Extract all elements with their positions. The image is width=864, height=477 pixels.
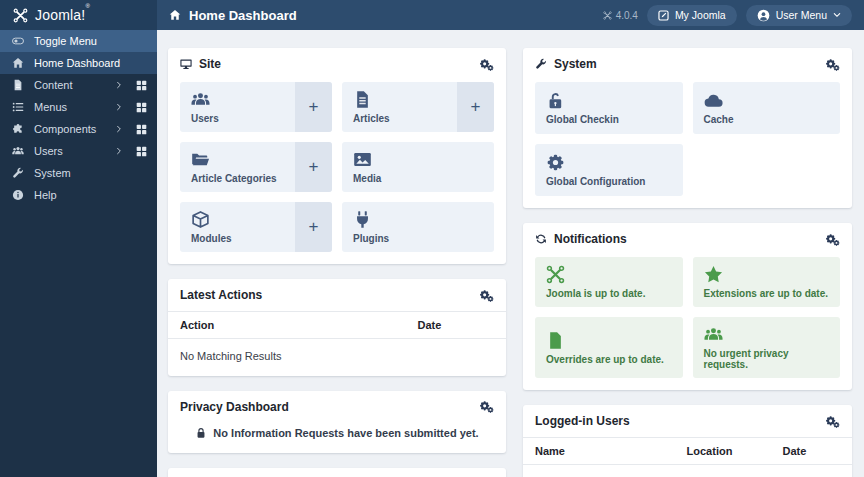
site-card-users[interactable]: Users +	[180, 82, 332, 132]
card-label: Article Categories	[191, 173, 286, 184]
panel-settings-cogs-icon[interactable]	[479, 58, 494, 71]
notification-privacy-status[interactable]: No urgent privacy requests.	[693, 317, 841, 378]
system-card-global-checkin[interactable]: Global Checkin	[535, 82, 683, 134]
sidebar-item-home-dashboard[interactable]: Home Dashboard	[0, 52, 157, 74]
edit-icon	[658, 10, 669, 21]
dashboard-grid-icon[interactable]	[136, 80, 147, 91]
file-icon	[546, 331, 672, 350]
wrench-icon	[535, 58, 547, 70]
card-label: Cache	[704, 114, 830, 125]
panel-title: Notifications	[554, 232, 627, 246]
latest-actions-panel: Latest Actions Action Date No Matching R…	[168, 279, 506, 376]
sidebar-item-label: Toggle Menu	[34, 35, 147, 47]
panel-settings-cogs-icon[interactable]	[825, 58, 840, 71]
quick-add-categories-button[interactable]: +	[295, 142, 332, 192]
quick-add-articles-button[interactable]: +	[457, 82, 494, 132]
header: Home Dashboard 4.0.4 My Joomla User Menu	[157, 0, 864, 30]
site-card-articles[interactable]: Articles +	[342, 82, 494, 132]
card-label: Media	[353, 173, 483, 184]
panel-settings-cogs-icon[interactable]	[479, 400, 494, 413]
panel-title: Privacy Dashboard	[180, 400, 289, 414]
dashboard-grid-icon[interactable]	[136, 102, 147, 113]
dashboard-grid-icon[interactable]	[136, 124, 147, 135]
column-header-location: Location	[687, 445, 775, 457]
site-card-media[interactable]: Media	[342, 142, 494, 192]
quick-add-modules-button[interactable]: +	[295, 202, 332, 252]
notification-joomla-status[interactable]: Joomla is up to date.	[535, 257, 683, 307]
sidebar-item-menus[interactable]: Menus	[0, 96, 157, 118]
sidebar-item-toggle-menu[interactable]: Toggle Menu	[0, 30, 157, 52]
main-content: Site Users + Articles +	[157, 30, 864, 477]
chevron-right-icon	[115, 103, 123, 111]
right-column: System Global Checkin Cache Global Confi…	[523, 48, 852, 477]
top-bar: Joomla!® Home Dashboard 4.0.4 My Joomla …	[0, 0, 864, 30]
notification-extensions-status[interactable]: Extensions are up to date.	[693, 257, 841, 307]
panel-settings-cogs-icon[interactable]	[825, 233, 840, 246]
system-card-cache[interactable]: Cache	[693, 82, 841, 134]
star-icon	[704, 265, 830, 284]
folder-open-icon	[191, 150, 286, 169]
joomla-version: 4.0.4	[603, 10, 638, 21]
sidebar-item-content[interactable]: Content	[0, 74, 157, 96]
sidebar-item-components[interactable]: Components	[0, 118, 157, 140]
sidebar-item-label: Users	[34, 145, 106, 157]
sidebar-item-system[interactable]: System	[0, 162, 157, 184]
privacy-message: No Information Requests have been submit…	[213, 427, 478, 439]
card-label: Articles	[353, 113, 448, 124]
card-label: Users	[191, 113, 286, 124]
system-card-global-configuration[interactable]: Global Configuration	[535, 144, 683, 196]
site-card-modules[interactable]: Modules +	[180, 202, 332, 252]
header-right: 4.0.4 My Joomla User Menu	[603, 5, 852, 26]
card-label: Global Configuration	[546, 176, 672, 187]
dashboard-grid-icon[interactable]	[136, 146, 147, 157]
wrench-icon	[11, 167, 25, 179]
my-joomla-button[interactable]: My Joomla	[647, 5, 737, 26]
notification-text: Overrides are up to date.	[546, 354, 672, 365]
sidebar-item-users[interactable]: Users	[0, 140, 157, 162]
notification-text: No urgent privacy requests.	[704, 348, 830, 370]
user-menu-button[interactable]: User Menu	[746, 5, 852, 26]
sidebar: Toggle Menu Home Dashboard Content Menus…	[0, 30, 157, 477]
users-icon	[11, 145, 25, 157]
logged-in-users-panel: Logged-in Users Name Location Date Admin…	[523, 405, 852, 477]
chevron-right-icon	[115, 125, 123, 133]
popular-articles-panel: Popular Articles	[168, 468, 506, 477]
chevron-right-icon	[115, 147, 123, 155]
list-icon	[11, 101, 25, 113]
desktop-icon	[180, 58, 192, 70]
joomla-logo-icon	[13, 8, 28, 23]
panel-settings-cogs-icon[interactable]	[825, 415, 840, 428]
column-header-name: Name	[535, 445, 679, 457]
file-icon	[353, 90, 448, 109]
quick-add-users-button[interactable]: +	[295, 82, 332, 132]
joomla-version-icon	[603, 11, 612, 20]
cog-icon	[546, 153, 672, 172]
registered-mark: ®	[85, 3, 90, 9]
notification-overrides-status[interactable]: Overrides are up to date.	[535, 317, 683, 378]
joomla-logo-text: Joomla!®	[35, 7, 90, 23]
sidebar-item-label: Home Dashboard	[34, 57, 147, 69]
site-card-article-categories[interactable]: Article Categories +	[180, 142, 332, 192]
user-menu-label: User Menu	[776, 9, 827, 21]
cloud-icon	[704, 91, 830, 110]
puzzle-icon	[11, 123, 25, 135]
cube-icon	[191, 210, 286, 229]
sidebar-item-help[interactable]: Help	[0, 184, 157, 206]
panel-settings-cogs-icon[interactable]	[479, 289, 494, 302]
panel-title: Site	[199, 57, 221, 71]
panel-title: System	[554, 57, 597, 71]
my-joomla-label: My Joomla	[675, 9, 726, 21]
privacy-dashboard-panel: Privacy Dashboard No Information Request…	[168, 391, 506, 453]
card-label: Modules	[191, 233, 286, 244]
card-label: Plugins	[353, 233, 483, 244]
sidebar-item-label: Help	[34, 189, 147, 201]
sync-icon	[535, 233, 547, 245]
plug-icon	[353, 210, 483, 229]
user-circle-icon	[757, 9, 770, 22]
table-row: Administrator Administration 2021-12-03 …	[523, 465, 852, 477]
file-icon	[11, 79, 25, 91]
lock-icon	[195, 427, 207, 439]
site-card-plugins[interactable]: Plugins	[342, 202, 494, 252]
panel-title: Logged-in Users	[535, 414, 630, 428]
left-column: Site Users + Articles +	[168, 48, 506, 477]
